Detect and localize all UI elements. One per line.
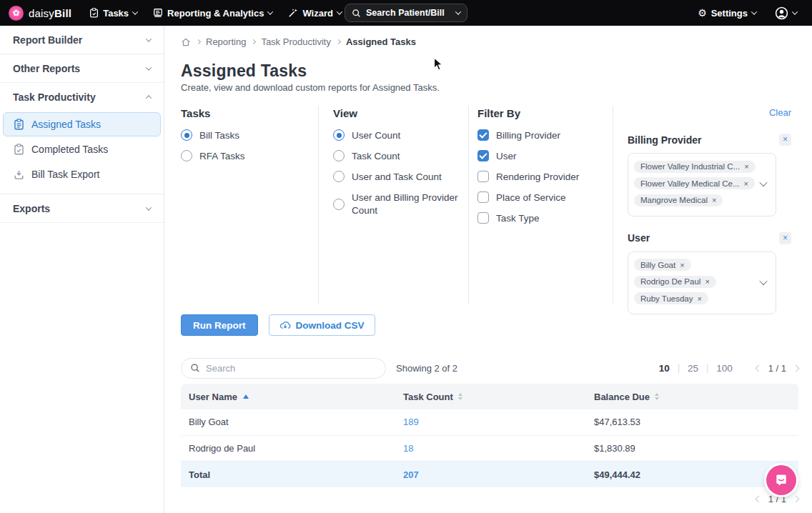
- radio-icon: [181, 150, 192, 161]
- home-icon[interactable]: [181, 37, 191, 47]
- sidebar-section-report-builder[interactable]: Report Builder: [0, 26, 164, 54]
- chip-close-icon[interactable]: ×: [680, 261, 684, 269]
- header-user-name[interactable]: User Name: [181, 392, 395, 402]
- breadcrumb-separator-icon: [251, 39, 256, 44]
- chat-launcher-button[interactable]: [766, 465, 796, 495]
- sidebar-item-bill-task-export[interactable]: Bill Task Export: [3, 162, 161, 186]
- table-search-input[interactable]: [206, 363, 377, 374]
- filter-by-column: Filter By Billing Provider User Renderin…: [468, 106, 613, 304]
- previous-page-icon[interactable]: [755, 364, 762, 372]
- main-content: Reporting Task Productivity Assigned Tas…: [164, 26, 812, 513]
- checkbox-label: Rendering Provider: [496, 171, 579, 182]
- page-indicator: 1 / 1: [768, 363, 786, 374]
- breadcrumb-separator-icon: [336, 39, 341, 44]
- page-indicator: 1 / 1: [768, 494, 786, 504]
- sidebar-item-completed-tasks[interactable]: Completed Tasks: [3, 137, 161, 161]
- user-multiselect[interactable]: Billy Goat × Rodrigo De Paul × Ruby Tues…: [628, 251, 776, 315]
- breadcrumb-task-productivity[interactable]: Task Productivity: [261, 36, 331, 47]
- next-page-icon[interactable]: [793, 496, 800, 503]
- billing-provider-multiselect[interactable]: Flower Valley Industrial C... × Flower V…: [628, 153, 776, 216]
- checkbox-place-of-service[interactable]: Place of Service: [477, 191, 613, 203]
- report-table: User Name Task Count Balance Due Billy G…: [181, 384, 798, 487]
- chip-close-icon[interactable]: ×: [743, 179, 748, 188]
- sidebar: Report Builder Other Reports Task Produc…: [0, 26, 164, 513]
- search-icon: [352, 9, 361, 18]
- breadcrumb-reporting[interactable]: Reporting: [206, 36, 246, 47]
- sidebar-section-task-productivity[interactable]: Task Productivity: [0, 83, 164, 111]
- remove-user-filter-button[interactable]: ×: [779, 232, 791, 244]
- chip-billing-provider-3: Mangrove Medical ×: [634, 194, 723, 206]
- brand-name: daisyBill: [29, 7, 71, 19]
- radio-user-count[interactable]: User Count: [333, 129, 468, 141]
- radio-label: Bill Tasks: [199, 130, 239, 141]
- nav-tasks-label: Tasks: [103, 8, 129, 19]
- chip-close-icon[interactable]: ×: [705, 277, 709, 286]
- checkbox-billing-provider[interactable]: Billing Provider: [477, 129, 613, 141]
- nav-wizard-menu[interactable]: Wizard: [280, 0, 350, 26]
- settings-menu[interactable]: ⚙ Settings: [690, 0, 764, 26]
- checkbox-rendering-provider[interactable]: Rendering Provider: [477, 171, 613, 182]
- sidebar-section-other-reports[interactable]: Other Reports: [0, 54, 164, 83]
- table-search[interactable]: [181, 358, 386, 379]
- chevron-down-icon: [455, 9, 461, 14]
- cell-task-count-link[interactable]: 189: [403, 417, 419, 427]
- page-size-10[interactable]: 10: [657, 363, 672, 374]
- chip-close-icon[interactable]: ×: [712, 196, 716, 204]
- radio-task-count[interactable]: Task Count: [333, 150, 468, 161]
- cell-task-count-link[interactable]: 18: [403, 443, 413, 454]
- chip-label: Mangrove Medical: [640, 196, 708, 204]
- radio-user-and-billing-provider-count[interactable]: User and Billing Provider Count: [333, 191, 469, 217]
- download-csv-button[interactable]: Download CSV: [269, 314, 375, 336]
- nav-wizard-label: Wizard: [302, 8, 333, 19]
- chip-label: Rodrigo De Paul: [640, 277, 700, 286]
- sidebar-section-exports[interactable]: Exports: [0, 194, 164, 223]
- radio-icon: [333, 150, 345, 161]
- billing-provider-filter-title: Billing Provider: [628, 134, 701, 146]
- clear-filters-link[interactable]: Clear: [769, 107, 791, 118]
- radio-label: RFA Tasks: [199, 151, 245, 161]
- tasks-column: Tasks Bill Tasks RFA Tasks: [181, 106, 318, 304]
- nav-reporting-menu[interactable]: Reporting & Analytics: [145, 0, 280, 26]
- page-size-100[interactable]: 100: [714, 363, 735, 374]
- total-label: Total: [189, 469, 210, 480]
- nav-tasks-menu[interactable]: Tasks: [81, 0, 145, 26]
- header-balance-due[interactable]: Balance Due: [586, 392, 798, 402]
- checkbox-label: Place of Service: [496, 192, 566, 203]
- remove-billing-provider-filter-button[interactable]: ×: [779, 134, 791, 146]
- sidebar-item-assigned-tasks[interactable]: Assigned Tasks: [3, 112, 161, 136]
- chip-user-3: Ruby Tuesday ×: [634, 292, 708, 304]
- chip-label: Flower Valley Medical Ce...: [640, 179, 739, 188]
- header-task-count[interactable]: Task Count: [395, 392, 586, 402]
- sidebar-section-label: Other Reports: [13, 63, 80, 74]
- checkbox-user[interactable]: User: [477, 150, 613, 161]
- brand-logo[interactable]: ✿ daisyBill: [0, 6, 81, 21]
- app-window: ✿ daisyBill Tasks Reporting & Analytics …: [0, 0, 812, 513]
- chip-user-2: Rodrigo De Paul ×: [634, 276, 716, 288]
- sort-icon: [458, 393, 462, 400]
- checkbox-task-type[interactable]: Task Type: [477, 212, 613, 224]
- chart-icon: [153, 8, 163, 18]
- sidebar-section-label: Exports: [13, 203, 50, 214]
- radio-bill-tasks[interactable]: Bill Tasks: [181, 129, 318, 141]
- global-search-control[interactable]: Search Patient/Bill: [345, 4, 467, 22]
- chip-close-icon[interactable]: ×: [698, 294, 702, 303]
- total-task-count-link[interactable]: 207: [403, 469, 419, 480]
- previous-page-icon[interactable]: [755, 496, 762, 503]
- page-subtitle: Create, view and download custom reports…: [181, 82, 440, 93]
- next-page-icon[interactable]: [793, 364, 800, 372]
- clipboard-icon: [14, 119, 24, 130]
- table-header-row: User Name Task Count Balance Due: [181, 384, 798, 409]
- chevron-down-icon: [792, 9, 798, 14]
- sidebar-item-label: Completed Tasks: [31, 144, 108, 155]
- radio-rfa-tasks[interactable]: RFA Tasks: [181, 150, 318, 161]
- page-size-25[interactable]: 25: [685, 363, 700, 374]
- radio-icon: [333, 171, 345, 182]
- footer-pagination: 1 / 1: [756, 494, 798, 504]
- run-report-button[interactable]: Run Report: [181, 314, 258, 336]
- chip-billing-provider-2: Flower Valley Medical Ce... ×: [634, 177, 755, 189]
- sort-ascending-icon: [243, 394, 249, 399]
- chip-close-icon[interactable]: ×: [744, 162, 748, 171]
- daisy-flower-icon: ✿: [9, 6, 24, 21]
- radio-user-and-task-count[interactable]: User and Task Count: [333, 171, 468, 182]
- account-menu[interactable]: [767, 0, 805, 26]
